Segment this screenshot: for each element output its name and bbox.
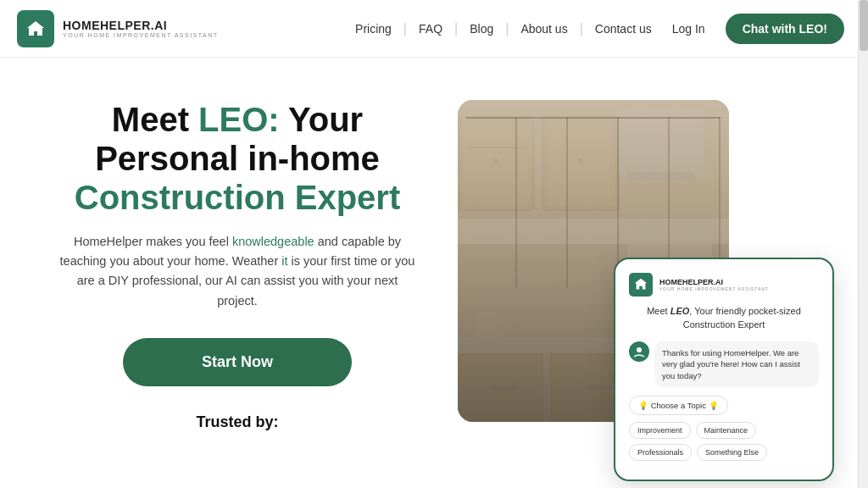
nav-login[interactable]: Log In bbox=[664, 19, 714, 39]
chip-improvement[interactable]: Improvement bbox=[629, 422, 691, 439]
highlight-knowledgeable: knowledgeable bbox=[232, 235, 314, 248]
svg-rect-6 bbox=[547, 121, 615, 206]
svg-rect-18 bbox=[475, 312, 500, 337]
hero-description: HomeHelper makes you feel knowledgeable … bbox=[51, 232, 424, 311]
chat-chips-row2: Professionals Something Else bbox=[629, 444, 819, 461]
nav-divider-4: | bbox=[580, 21, 583, 36]
svg-rect-16 bbox=[585, 386, 610, 390]
hero-left: Meet LEO: YourPersonal in-home Construct… bbox=[51, 100, 441, 488]
chat-with-leo-button[interactable]: Chat with LEO! bbox=[726, 14, 844, 44]
svg-rect-9 bbox=[627, 172, 695, 180]
logo[interactable]: HOMEHELPER.AI Your Home Improvement Assi… bbox=[17, 10, 219, 47]
trusted-by-label: Trusted by: bbox=[51, 413, 424, 431]
start-now-button[interactable]: Start Now bbox=[123, 338, 352, 386]
svg-point-21 bbox=[637, 347, 642, 352]
nav-divider-2: | bbox=[454, 21, 458, 36]
svg-rect-1 bbox=[458, 117, 534, 210]
chat-bubble: Thanks for using HomeHelper. We are very… bbox=[654, 341, 819, 387]
chat-mockup-card: HOMEHELPER.AI Your Home Improvement Assi… bbox=[614, 258, 834, 481]
nav-link-contact[interactable]: Contact us bbox=[588, 19, 659, 39]
nav-links: Pricing | FAQ | Blog | About us | Contac… bbox=[348, 14, 844, 44]
nav-divider-1: | bbox=[403, 21, 407, 36]
chat-avatar-icon bbox=[633, 346, 645, 358]
svg-rect-5 bbox=[542, 117, 619, 210]
nav-link-blog[interactable]: Blog bbox=[463, 19, 500, 39]
chat-mockup-header: HOMEHELPER.AI Your Home Improvement Assi… bbox=[629, 273, 819, 297]
chat-logo-svg bbox=[633, 277, 648, 292]
nav-divider-3: | bbox=[505, 21, 509, 36]
chat-logo-icon bbox=[629, 273, 653, 297]
logo-title: HOMEHELPER.AI bbox=[63, 19, 219, 32]
chat-tagline: Meet LEO, Your friendly pocket-sizedCons… bbox=[629, 305, 819, 331]
hero-title: Meet LEO: YourPersonal in-home Construct… bbox=[51, 100, 424, 217]
choose-topic-button[interactable]: 💡 Choose a Topic 💡 bbox=[629, 396, 728, 415]
chat-leo-name: LEO bbox=[670, 306, 690, 316]
chat-logo-title: HOMEHELPER.AI bbox=[659, 278, 769, 286]
nav-link-pricing[interactable]: Pricing bbox=[348, 19, 398, 39]
chip-something-else[interactable]: Something Else bbox=[697, 444, 767, 461]
chat-avatar bbox=[629, 341, 649, 362]
chip-maintenance[interactable]: Maintenance bbox=[696, 422, 757, 439]
nav-link-faq[interactable]: FAQ bbox=[412, 19, 449, 39]
logo-text: HOMEHELPER.AI Your Home Improvement Assi… bbox=[63, 19, 219, 38]
navigation: HOMEHELPER.AI Your Home Improvement Assi… bbox=[0, 0, 868, 58]
scrollbar[interactable] bbox=[858, 0, 868, 488]
logo-icon bbox=[17, 10, 54, 47]
svg-rect-8 bbox=[619, 108, 704, 176]
leo-name: LEO: bbox=[198, 101, 280, 138]
hero-right: HOMEHELPER.AI Your Home Improvement Assi… bbox=[441, 100, 834, 488]
svg-rect-2 bbox=[462, 121, 530, 206]
chat-logo-sub: Your Home Improvement Assistant bbox=[659, 286, 769, 291]
svg-rect-3 bbox=[466, 147, 526, 148]
main-content: Meet LEO: YourPersonal in-home Construct… bbox=[0, 100, 868, 488]
svg-point-4 bbox=[493, 158, 498, 164]
nav-link-about[interactable]: About us bbox=[514, 19, 574, 39]
chip-professionals[interactable]: Professionals bbox=[629, 444, 692, 461]
scrollbar-thumb[interactable] bbox=[860, 0, 868, 51]
chat-chips-row1: Improvement Maintenance bbox=[629, 422, 819, 439]
hero-title-part1: Meet LEO: YourPersonal in-home bbox=[95, 101, 380, 177]
svg-point-7 bbox=[578, 158, 583, 164]
chat-logo-text: HOMEHELPER.AI Your Home Improvement Assi… bbox=[659, 278, 769, 291]
svg-rect-15 bbox=[492, 386, 517, 390]
chat-bubble-row: Thanks for using HomeHelper. We are very… bbox=[629, 341, 819, 387]
svg-rect-10 bbox=[458, 219, 729, 244]
hero-title-green: Construction Expert bbox=[51, 178, 424, 217]
highlight-it: it bbox=[281, 254, 287, 268]
logo-subtitle: Your Home Improvement Assistant bbox=[63, 32, 219, 38]
svg-rect-19 bbox=[509, 320, 521, 337]
svg-rect-12 bbox=[458, 354, 542, 422]
